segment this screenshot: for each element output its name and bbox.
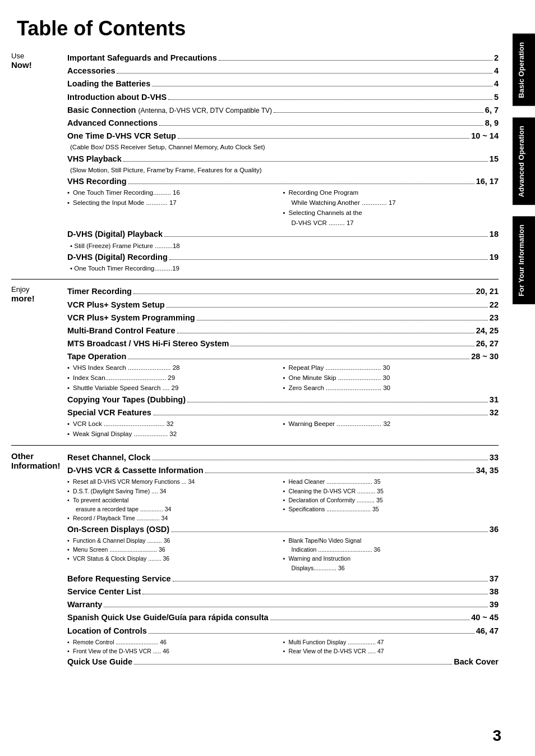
- sub-menu-screen: Menu Screen ............................…: [67, 545, 280, 554]
- entry-dvhs-digital-recording: D-VHS (Digital) Recording 19: [67, 251, 499, 264]
- entry-multi-brand: Multi-Brand Control Feature 24, 25: [67, 324, 499, 337]
- sub-function-channel: Function & Channel Display ......... 36: [67, 536, 280, 545]
- entry-before-service: Before Requesting Service 37: [67, 572, 499, 585]
- entry-vhs-playback: VHS Playback 15: [67, 153, 499, 166]
- entry-dvhs-cassette: D-VHS VCR & Cassette Information 34, 35: [67, 464, 499, 477]
- note-playback: (Slow Motion, Still Picture, Frame'by Fr…: [67, 166, 499, 175]
- entry-advanced-connections: Advanced Connections 8, 9: [67, 117, 499, 130]
- sub-declaration-conformity: Declaration of Conformity ........... 35: [283, 496, 496, 505]
- note-one-touch-19: • One Touch Timer Recording..........19: [67, 264, 499, 273]
- sub-warning-instruction: Warning and Instruction: [283, 554, 496, 563]
- section-use-now: Use Now! Important Safeguards and Precau…: [11, 52, 499, 280]
- page-number: 3: [492, 727, 501, 745]
- entry-vcr-plus-programming: VCR Plus+ System Programming 23: [67, 311, 499, 324]
- entry-timer-recording: Timer Recording 20, 21: [67, 285, 499, 298]
- sidebar-spacer-1: [513, 106, 535, 117]
- sub-recording-one-program: Recording One Program: [283, 188, 496, 198]
- entry-vhs-recording: VHS Recording 16, 17: [67, 175, 499, 188]
- sidebar-spacer-2: [513, 205, 535, 216]
- sub-vcr-status-clock: VCR Status & Clock Display ........ 36: [67, 554, 280, 563]
- sub-vcr-lock: VCR Lock ...............................…: [67, 419, 280, 429]
- section-other-info: Other Information! Reset Channel, Clock …: [11, 451, 499, 675]
- sub-warning-instruction-2: Displays.............. 36: [283, 563, 496, 572]
- entry-special-vcr: Special VCR Features 32: [67, 406, 499, 419]
- sub-prevent-accidental: To prevent accidental: [67, 496, 280, 505]
- sub-one-minute-skip: One Minute Skip ........................…: [283, 373, 496, 383]
- entry-service-center: Service Center List 38: [67, 585, 499, 598]
- sidebar-tab-other: For Your Information: [513, 216, 535, 304]
- entry-basic-connection: Basic Connection (Antenna, D-VHS VCR, DT…: [67, 104, 499, 117]
- sub-front-view: Front View of the D-VHS VCR ..... 46: [67, 647, 280, 656]
- sub-specifications: Specifications .........................…: [283, 505, 496, 514]
- sub-selecting-channels: Selecting Channels at the: [283, 208, 496, 218]
- entry-warranty: Warranty 39: [67, 598, 499, 611]
- sub-remote-control: Remote Control .........................…: [67, 638, 280, 647]
- entry-quick-use-guide: Quick Use Guide Back Cover: [67, 656, 499, 668]
- entry-vcr-plus-setup: VCR Plus+ System Setup 22: [67, 299, 499, 311]
- entry-location-controls: Location of Controls 46, 47: [67, 625, 499, 638]
- tape-operation-subs: VHS Index Search .......................…: [67, 363, 499, 393]
- section-label-other-info: Other Information!: [11, 451, 62, 669]
- entry-osd: On-Screen Displays (OSD) 36: [67, 523, 499, 536]
- section-label-enjoy-more: Enjoy more!: [11, 285, 62, 439]
- section-label-use-now: Use Now!: [11, 52, 62, 273]
- toc-content: Use Now! Important Safeguards and Precau…: [11, 52, 499, 674]
- entry-batteries: Loading the Batteries 4: [67, 77, 499, 90]
- note-setup: (Cable Box/ DSS Receiver Setup, Channel …: [67, 143, 499, 152]
- sub-warning-beeper: Warning Beeper .........................…: [283, 419, 496, 429]
- sub-while-watching: While Watching Another .............. 17: [283, 198, 496, 208]
- sub-reset-memory: Reset all D-VHS VCR Memory Functions ...…: [67, 477, 280, 486]
- special-vcr-subs: VCR Lock ...............................…: [67, 419, 499, 439]
- entry-safeguards: Important Safeguards and Precautions 2: [67, 52, 499, 65]
- sub-index-scan: Index Scan..............................…: [67, 373, 280, 383]
- sub-rear-view: Rear View of the D-VHS VCR ..... 47: [283, 647, 496, 656]
- location-subs: Remote Control .........................…: [67, 638, 499, 656]
- entry-mts-broadcast: MTS Broadcast / VHS Hi-Fi Stereo System …: [67, 337, 499, 350]
- entry-spanish-guide: Spanish Quick Use Guide/Guía para rápida…: [67, 611, 499, 624]
- sub-weak-signal: Weak Signal Display ................... …: [67, 429, 280, 439]
- sub-one-touch-timer: One Touch Timer Recording.......... 16: [67, 188, 280, 198]
- entry-one-time-setup: One Time D-VHS VCR Setup 10 ~ 14: [67, 130, 499, 143]
- sub-dst: D.S.T. (Daylight Saving Time) .... 34: [67, 487, 280, 496]
- section-entries-use-now: Important Safeguards and Precautions 2 A…: [62, 52, 499, 273]
- sub-multi-function-display: Multi Function Display .................…: [283, 638, 496, 647]
- sub-vhs-index-search: VHS Index Search .......................…: [67, 363, 280, 373]
- sidebar-tabs: Basic Operation Advanced Operation For Y…: [513, 34, 535, 304]
- note-freeze-frame: • Still (Freeze) Frame Picture .........…: [67, 241, 499, 251]
- sub-repeat-play: Repeat Play ............................…: [283, 363, 496, 373]
- sub-head-cleaner: Head Cleaner ...........................…: [283, 477, 496, 486]
- entry-copying-tapes: Copying Your Tapes (Dubbing) 31: [67, 393, 499, 406]
- vhs-recording-subs: One Touch Timer Recording.......... 16 S…: [67, 188, 499, 228]
- sub-zero-search: Zero Search ............................…: [283, 383, 496, 393]
- page: Table of Contents Use Now! Important Saf…: [0, 0, 535, 756]
- section-entries-other-info: Reset Channel, Clock 33 D-VHS VCR & Cass…: [62, 451, 499, 669]
- cassette-subs: Reset all D-VHS VCR Memory Functions ...…: [67, 477, 499, 523]
- osd-subs: Function & Channel Display ......... 36 …: [67, 536, 499, 572]
- entry-tape-operation: Tape Operation 28 ~ 30: [67, 350, 499, 363]
- entry-reset-channel: Reset Channel, Clock 33: [67, 451, 499, 464]
- sub-blank-tape-2: Indication .............................…: [283, 545, 496, 554]
- section-entries-enjoy-more: Timer Recording 20, 21 VCR Plus+ System …: [62, 285, 499, 439]
- sub-record-playback-time: Record / Playback Time .............. 34: [67, 514, 280, 523]
- entry-accessories: Accessories 4: [67, 65, 499, 77]
- sidebar-tab-advanced: Advanced Operation: [513, 117, 535, 205]
- entry-dvhs-intro: Introduction about D-VHS 5: [67, 91, 499, 104]
- section-enjoy-more: Enjoy more! Timer Recording 20, 21 VCR P…: [11, 285, 499, 446]
- sub-blank-tape: Blank Tape/No Video Signal: [283, 536, 496, 545]
- sub-prevent-accidental-2: erasure a recorded tape .............. 3…: [67, 505, 280, 514]
- sub-input-mode: Selecting the Input Mode ............ 17: [67, 198, 280, 208]
- sub-cleaning-dvhs: Cleaning the D-VHS VCR ........... 35: [283, 487, 496, 496]
- sub-dvhs-vcr-17: D-VHS VCR ......... 17: [283, 218, 496, 228]
- sidebar-tab-basic: Basic Operation: [513, 34, 535, 106]
- entry-dvhs-digital-playback: D-VHS (Digital) Playback 18: [67, 228, 499, 241]
- sub-shuttle-variable: Shuttle Variable Speed Search .... 29: [67, 383, 280, 393]
- page-title: Table of Contents: [11, 17, 524, 40]
